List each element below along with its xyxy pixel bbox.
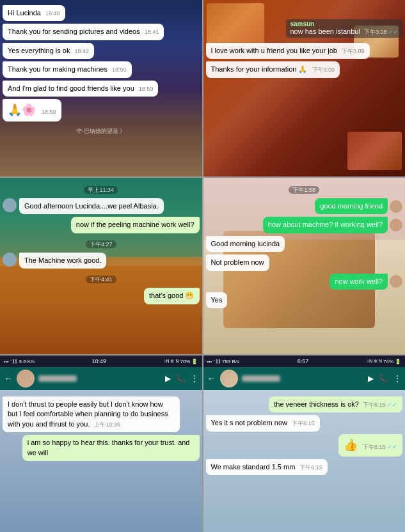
msg-peeling-machine: now if the peeling machine work well?	[71, 217, 200, 233]
back-button-6[interactable]: ←	[207, 373, 216, 384]
msg-so-happy: i am so happy to hear this. thanks for y…	[22, 435, 200, 461]
msg-glad-friends: And I'm glad to find good friends like y…	[3, 81, 158, 97]
msg-how-about-machine-row: how about machine? if working well?	[206, 217, 403, 233]
timestamp-afternoon-2: 下午4:41	[3, 272, 200, 284]
msg-thumbs-up: 👍 下午6:15 ✓✓	[338, 434, 402, 457]
menu-icon[interactable]: ⋮	[191, 374, 198, 383]
main-grid: Hi Lucinda 18:40 Thank you for sending p…	[0, 0, 405, 532]
status-time-6: 6:57	[298, 358, 309, 364]
msg-thats-good: that's good 😁	[144, 288, 200, 304]
msg-yes-ok: Yes everything is ok 18:42	[3, 43, 94, 59]
chat-cell-2: samsun now has been istanbul 下午3:08 ✓✓ I…	[203, 0, 406, 176]
battery-area-6: ○N ⊕ N 74% 🔋	[367, 359, 401, 364]
timestamp-morning: 早上11:34	[3, 183, 200, 194]
phone-icon-6[interactable]: 📞	[379, 374, 388, 383]
msg-thank-pictures: Thank you for sending pictures and video…	[3, 24, 164, 40]
msg-veneer-thickness: the veneer thickness is ok? 下午6:15 ✓✓	[269, 396, 402, 412]
msg-make-standard: We make standard 1.5 mm 下午6:15	[206, 459, 328, 475]
msg-thank-machines: Thank you for making machines 18:50	[3, 61, 132, 77]
msg-thanks-info: Thanks for your information 🙏 下午3:09	[206, 61, 340, 77]
msg-istanbul: now has been istanbul 下午3:08 ✓✓	[290, 27, 399, 36]
msg-emoji: 🙏🌸 18:50	[3, 99, 61, 121]
chat-cell-5: ▪▪▪ ⁻∥∥ 3.6 K/s 10:49 ○N ⊕ N 70% 🔋 ← ▶ 📞…	[0, 356, 202, 532]
battery-area: ○N ⊕ N 70% 🔋	[163, 359, 198, 364]
chat-cell-3: 早上11:34 Good afternoon Lucinda....we pee…	[0, 178, 202, 354]
timestamp-afternoon-cell4: 下午1:58	[206, 183, 403, 194]
msg-good-afternoon-row: Good afternoon Lucinda....we peel Albasi…	[3, 198, 200, 214]
msg-yes-not-problem: Yes it s not problem now 下午6:15	[206, 415, 320, 431]
msg-love-work: I love work with u friend you like your …	[206, 43, 370, 59]
contact-avatar-6	[220, 370, 238, 387]
contact-name-blurred-6	[242, 375, 280, 382]
msg-not-problem: Not problem now	[206, 254, 269, 270]
msg-machine-good-row: The Machine work good.	[3, 253, 200, 269]
msg-now-work-well-row: now work well?	[206, 274, 403, 290]
chat-cell-6: ▪▪▪ ⁻∥∥ 783 B/s 6:57 ○N ⊕ N 74% 🔋 ← ▶ 📞 …	[203, 356, 406, 532]
signal-icons-6: ▪▪▪ ⁻∥∥ 783 B/s	[207, 359, 240, 364]
status-time: 10:49	[92, 358, 107, 364]
phone-icon[interactable]: 📞	[176, 374, 186, 383]
back-button[interactable]: ←	[4, 373, 13, 384]
msg-hi-lucinda: Hi Lucinda 18:40	[3, 5, 65, 21]
location-footer: 华·巴纳德的望落 》	[3, 124, 200, 136]
msg-dont-thrust: I don't thrust to people easily but I do…	[3, 396, 180, 432]
msg-good-morning-friend-row: good morning friend	[206, 198, 403, 214]
video-call-icon[interactable]: ▶	[165, 374, 171, 383]
timestamp-afternoon-1: 下午4:27	[3, 237, 200, 249]
sender-name-bubble: samsun now has been istanbul 下午3:08 ✓✓	[286, 19, 402, 38]
contact-name-blurred	[38, 375, 77, 382]
chat-cell-1: Hi Lucinda 18:40 Thank you for sending p…	[0, 0, 202, 176]
contact-avatar	[17, 370, 35, 387]
menu-icon-6[interactable]: ⋮	[393, 374, 401, 383]
signal-icons: ▪▪▪ ⁻∥∥ 3.6 K/s	[4, 359, 35, 364]
video-call-icon-6[interactable]: ▶	[368, 374, 374, 383]
chat-cell-4: 下午1:58 good morning friend how about mac…	[203, 178, 406, 354]
msg-good-morning-lucinda: Good morning lucinda	[206, 236, 285, 252]
msg-yes: Yes	[206, 292, 228, 308]
